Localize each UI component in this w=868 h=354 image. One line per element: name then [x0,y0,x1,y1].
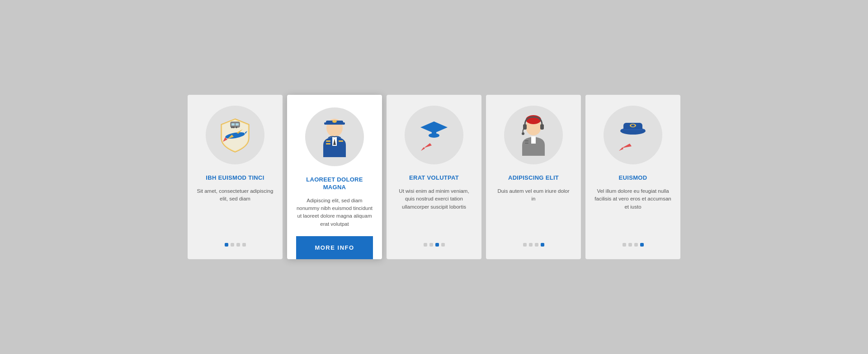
card-laoreet: LAOREET DOLORE MAGNA Adipiscing elit, se… [287,95,382,259]
svg-rect-36 [525,143,528,144]
svg-point-7 [233,126,235,128]
svg-point-33 [522,132,524,135]
dot [441,243,445,247]
headset-person-icon [513,112,554,158]
svg-rect-19 [339,140,343,142]
dot [236,243,240,247]
dot [242,243,246,247]
card-2-title: LAOREET DOLORE MAGNA [296,176,373,191]
svg-marker-27 [444,133,448,137]
dot [541,243,544,247]
card-3-title: ERAT VOLUTPAT [409,174,459,182]
card-1-title: IBH EUISMOD TINCI [206,174,264,182]
svg-rect-30 [526,119,541,121]
card-4-title: ADIPISCING ELIT [508,174,559,182]
card-erat: ERAT VOLUTPAT Ut wisi enim ad minim veni… [387,95,481,259]
icon-circle-1 [206,106,264,164]
card-4-body: Duis autem vel eum iriure dolor in [495,187,572,235]
dot [640,243,644,247]
captain-plane-icon [613,115,653,155]
card-3-body: Ut wisi enim ad minim veniam, quis nostr… [396,187,472,235]
dot [225,243,228,247]
svg-rect-34 [531,136,536,144]
card-euismod: EUISMOD Vel illum dolore eu feugiat null… [585,95,680,259]
svg-point-8 [236,126,237,128]
svg-rect-32 [540,124,544,130]
svg-point-22 [429,133,439,138]
dot [429,243,433,247]
icon-circle-3 [405,106,463,164]
svg-rect-9 [231,123,235,126]
pilot-icon [313,114,356,159]
card-5-body: Vel illum dolore eu feugiat nulla facili… [594,187,671,235]
svg-point-41 [631,125,635,127]
svg-point-14 [332,120,337,123]
card-5-title: EUISMOD [619,174,647,182]
svg-marker-46 [619,147,623,151]
svg-rect-35 [525,140,528,141]
dot [231,243,234,247]
svg-rect-18 [326,143,330,144]
icon-circle-4 [504,106,563,164]
dot [623,243,626,247]
card-adipiscing: ADIPISCING ELIT Duis autem vel eum iriur… [486,95,581,259]
card-1-dots [225,243,246,247]
svg-point-43 [623,139,647,149]
card-4-dots [523,243,544,247]
svg-rect-17 [326,140,330,142]
card-3-dots [424,243,445,247]
dot [628,243,632,247]
card-2-body: Adipiscing elit, sed diam nonummy nibh e… [296,197,373,228]
card-5-dots [623,243,644,247]
svg-rect-42 [622,129,644,130]
cards-container: IBH EUISMOD TINCI Sit amet, consectetuer… [174,77,694,277]
svg-rect-10 [236,123,239,126]
icon-circle-2 [305,107,364,166]
dot [424,243,427,247]
graduation-plane-icon [414,115,454,155]
card-ibh-euismod: IBH EUISMOD TINCI Sit amet, consectetuer… [188,95,283,259]
card-1-body: Sit amet, consectetuer adipiscing elit, … [197,187,274,235]
dot [523,243,527,247]
dot [529,243,533,247]
dot [435,243,439,247]
shield-plane-icon [215,115,255,155]
dot [634,243,638,247]
svg-point-6 [231,126,233,128]
more-info-button[interactable]: MORE INFO [296,236,373,259]
icon-circle-5 [604,106,662,164]
dot [535,243,538,247]
